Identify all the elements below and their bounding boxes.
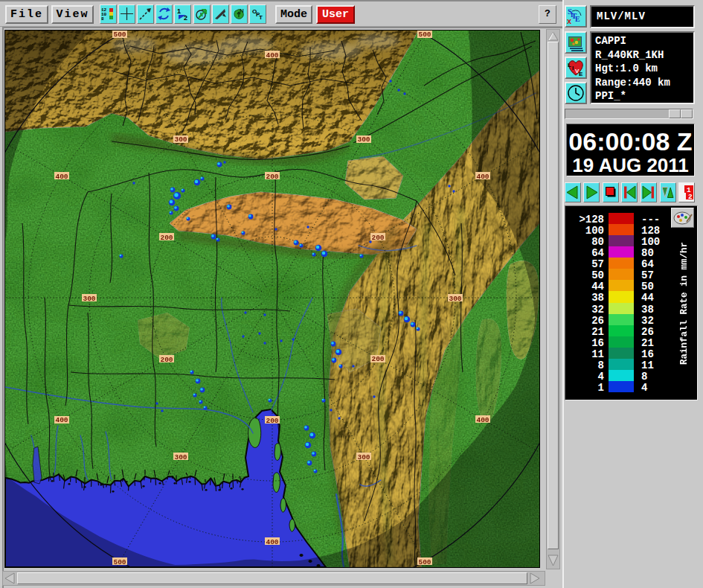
svg-text:200: 200 [266, 173, 278, 181]
svg-text:2: 2 [184, 14, 187, 21]
svg-text:I: I [572, 65, 574, 71]
svg-text:400: 400 [266, 538, 278, 546]
svg-text:200: 200 [160, 356, 173, 364]
svg-text:400: 400 [476, 173, 489, 181]
svg-text:T: T [259, 14, 263, 21]
svg-text:x: x [567, 16, 572, 25]
svg-text:300: 300 [174, 135, 187, 144]
svg-text:300: 300 [83, 295, 95, 303]
svg-text:400: 400 [55, 173, 68, 181]
svg-text:E: E [579, 71, 583, 77]
svg-text:E: E [575, 15, 580, 23]
svg-text:200: 200 [160, 234, 173, 242]
svg-text:L: L [568, 62, 571, 68]
svg-text:300: 300 [174, 453, 187, 461]
svg-text:200: 200 [266, 417, 278, 425]
svg-text:300: 300 [357, 135, 370, 144]
svg-text:1: 1 [177, 7, 181, 15]
svg-text:400: 400 [266, 51, 278, 60]
svg-text:500: 500 [113, 31, 126, 39]
svg-text:400: 400 [55, 416, 68, 424]
svg-text:300: 300 [357, 453, 370, 461]
svg-text:8: 8 [101, 16, 104, 21]
svg-text:300: 300 [449, 295, 461, 303]
svg-text:500: 500 [418, 558, 431, 566]
svg-text:500: 500 [418, 31, 431, 39]
svg-text:400: 400 [476, 416, 489, 424]
svg-text:2: 2 [688, 193, 693, 200]
svg-text:500: 500 [113, 558, 126, 566]
svg-text:200: 200 [371, 355, 384, 363]
svg-text:200: 200 [371, 234, 384, 242]
